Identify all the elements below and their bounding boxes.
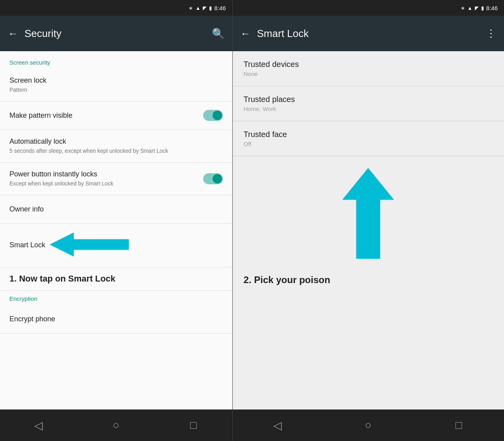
power-button-toggle[interactable] [203, 173, 223, 184]
left-status-bar: ∗ ▲ ◤ ▮ 8:46 [0, 0, 232, 16]
make-pattern-title: Make pattern visible [9, 111, 203, 120]
encrypt-phone-title: Encrypt phone [9, 315, 223, 324]
make-pattern-visible-item[interactable]: Make pattern visible [0, 102, 232, 130]
trusted-devices-item[interactable]: Trusted devices None [233, 51, 504, 86]
trusted-places-subtitle: Home, Work [244, 106, 493, 112]
trusted-face-item[interactable]: Trusted face Off [233, 121, 504, 156]
power-button-text: Power button instantly locks Except when… [9, 170, 203, 188]
encrypt-phone-item[interactable]: Encrypt phone [0, 305, 232, 334]
left-search-button[interactable]: 🔍 [212, 28, 224, 40]
trusted-face-subtitle: Off [244, 141, 493, 147]
left-time: 8:46 [214, 5, 226, 11]
bluetooth-icon: ∗ [189, 5, 193, 11]
left-content: Screen security Screen lock Pattern Make… [0, 51, 232, 410]
screen-security-header: Screen security [0, 51, 232, 69]
auto-lock-text: Automatically lock 5 seconds after sleep… [9, 137, 223, 155]
signal-icon: ◤ [203, 5, 207, 11]
right-content: Trusted devices None Trusted places Home… [233, 51, 504, 410]
owner-info-title: Owner info [9, 205, 223, 214]
annotation-1: 1. Now tap on Smart Lock [0, 267, 232, 290]
right-status-icons: ∗ ▲ ◤ ▮ 8:46 [461, 5, 498, 11]
auto-lock-subtitle: 5 seconds after sleep, except when kept … [9, 147, 223, 155]
owner-info-text: Owner info [9, 205, 223, 214]
screen-lock-text: Screen lock Pattern [9, 76, 223, 94]
right-wifi-icon: ▲ [467, 5, 472, 11]
right-page-title: Smart Lock [257, 28, 480, 40]
left-status-icons: ∗ ▲ ◤ ▮ 8:46 [189, 5, 226, 11]
trusted-face-title: Trusted face [244, 130, 493, 139]
left-app-bar: ← Security 🔍 [0, 16, 232, 51]
left-back-nav[interactable]: ◁ [27, 413, 50, 437]
right-panel: ∗ ▲ ◤ ▮ 8:46 ← Smart Lock ⋮ Trusted devi… [233, 0, 504, 441]
power-button-subtitle: Except when kept unlocked by Smart Lock [9, 180, 203, 188]
battery-icon: ▮ [209, 5, 212, 11]
right-status-bar: ∗ ▲ ◤ ▮ 8:46 [233, 0, 504, 16]
svg-marker-0 [50, 233, 129, 256]
auto-lock-item[interactable]: Automatically lock 5 seconds after sleep… [0, 130, 232, 163]
right-app-bar: ← Smart Lock ⋮ [233, 16, 504, 51]
screen-lock-item[interactable]: Screen lock Pattern [0, 69, 232, 102]
screen-lock-title: Screen lock [9, 76, 223, 85]
trusted-devices-subtitle: None [244, 70, 493, 77]
svg-marker-1 [343, 168, 394, 259]
make-pattern-text: Make pattern visible [9, 111, 203, 120]
owner-info-item[interactable]: Owner info [0, 195, 232, 224]
right-more-button[interactable]: ⋮ [486, 28, 496, 40]
right-bluetooth-icon: ∗ [461, 5, 465, 11]
power-button-item[interactable]: Power button instantly locks Except when… [0, 163, 232, 195]
left-bottom-nav: ◁ ○ □ [0, 410, 232, 441]
right-back-nav[interactable]: ◁ [266, 413, 289, 437]
trusted-places-item[interactable]: Trusted places Home, Work [233, 86, 504, 121]
wifi-icon: ▲ [195, 5, 200, 11]
left-home-nav[interactable]: ○ [104, 413, 128, 437]
left-page-title: Security [24, 28, 206, 40]
left-back-button[interactable]: ← [8, 28, 18, 40]
trusted-places-title: Trusted places [244, 95, 493, 104]
left-arrow-annotation [50, 231, 129, 260]
right-home-nav[interactable]: ○ [356, 413, 380, 437]
right-bottom-nav: ◁ ○ □ [233, 410, 504, 441]
annotation-2: 2. Pick your poison [233, 267, 504, 293]
power-button-title: Power button instantly locks [9, 170, 203, 179]
left-recents-nav[interactable]: □ [182, 413, 205, 437]
right-battery-icon: ▮ [481, 5, 484, 11]
up-arrow-annotation [233, 156, 504, 267]
screen-lock-subtitle: Pattern [9, 86, 223, 94]
smart-lock-title: Smart Lock [9, 241, 45, 250]
right-time: 8:46 [486, 5, 498, 11]
encryption-header: Encryption [0, 290, 232, 305]
right-signal-icon: ◤ [475, 5, 479, 11]
right-back-button[interactable]: ← [241, 28, 251, 40]
smart-lock-item[interactable]: Smart Lock [0, 224, 232, 267]
auto-lock-title: Automatically lock [9, 137, 223, 146]
left-panel: ∗ ▲ ◤ ▮ 8:46 ← Security 🔍 Screen securit… [0, 0, 232, 441]
right-recents-nav[interactable]: □ [447, 413, 471, 437]
trusted-devices-title: Trusted devices [244, 60, 493, 69]
make-pattern-toggle[interactable] [203, 110, 223, 121]
encrypt-phone-text: Encrypt phone [9, 315, 223, 324]
